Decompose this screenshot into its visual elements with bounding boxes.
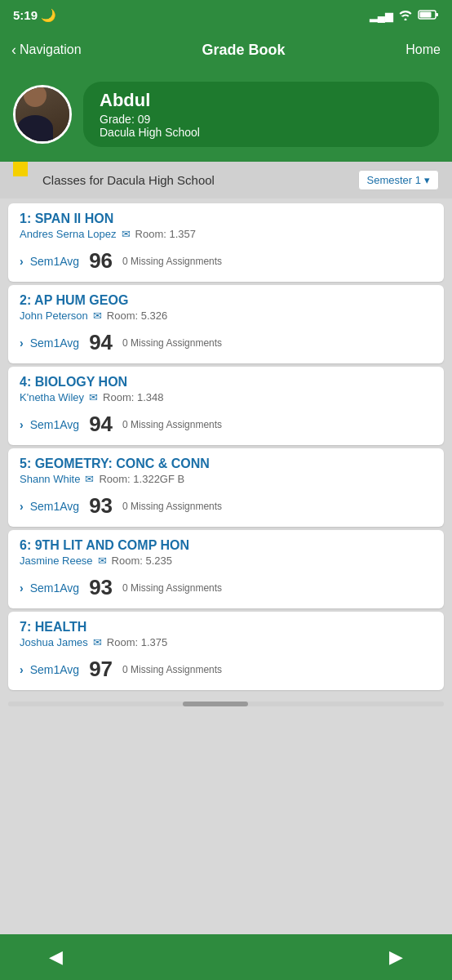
teacher-name-6: Jasmine Reese (20, 555, 93, 567)
wifi-icon (398, 9, 413, 23)
bottom-nav: ◀ ▶ (0, 934, 452, 980)
missing-text-1: 0 Missing Assignments (122, 256, 222, 267)
sem-avg-label-6: Sem1Avg (30, 581, 79, 595)
room-text-1: Room: 1.357 (135, 228, 196, 240)
grade-number-1: 96 (89, 248, 113, 274)
grade-number-5: 93 (89, 493, 113, 519)
profile-grade: Grade: 09 (100, 113, 423, 126)
class-card-5[interactable]: 5: GEOMETRY: CONC & CONN Shann White ✉ R… (8, 448, 444, 527)
grade-number-6: 93 (89, 575, 113, 600)
teacher-name-4: K'netha Wiley (20, 391, 84, 403)
class-name-4: 4: BIOLOGY HON (20, 375, 432, 390)
teacher-name-7: Joshua James (20, 636, 88, 648)
class-teacher-row-1: Andres Serna Lopez ✉ Room: 1.357 (20, 228, 432, 240)
sem-avg-label-4: Sem1Avg (30, 418, 79, 431)
sem-avg-label-2: Sem1Avg (30, 336, 79, 350)
avatar (13, 85, 72, 144)
avg-row-7[interactable]: › Sem1Avg 97 0 Missing Assignments (20, 653, 432, 684)
mail-icon-6[interactable]: ✉ (98, 555, 107, 567)
teacher-name-5: Shann White (20, 473, 80, 485)
class-card-2[interactable]: 2: AP HUM GEOG John Peterson ✉ Room: 5.3… (8, 285, 444, 363)
nav-left-arrow[interactable]: ◀ (49, 947, 63, 968)
status-icons: ▂▄▆ (370, 9, 439, 23)
cards-container: 1: SPAN II HON Andres Serna Lopez ✉ Room… (0, 198, 452, 695)
profile-info-box: Abdul Grade: 09 Dacula High School (83, 82, 439, 147)
avg-row-6[interactable]: › Sem1Avg 93 0 Missing Assignments (20, 572, 432, 602)
missing-text-6: 0 Missing Assignments (122, 582, 222, 594)
nav-back-label: Navigation (20, 42, 82, 57)
scroll-thumb[interactable] (183, 702, 248, 706)
class-name-6: 6: 9TH LIT AND COMP HON (20, 538, 432, 553)
avg-row-5[interactable]: › Sem1Avg 93 0 Missing Assignments (20, 490, 432, 520)
class-name-5: 5: GEOMETRY: CONC & CONN (20, 457, 432, 471)
class-card-7[interactable]: 7: HEALTH Joshua James ✉ Room: 1.375 › S… (8, 612, 444, 690)
room-text-2: Room: 5.326 (107, 310, 167, 322)
teacher-name-1: Andres Serna Lopez (20, 228, 117, 240)
svg-rect-2 (420, 11, 432, 17)
class-teacher-row-6: Jasmine Reese ✉ Room: 5.235 (20, 555, 432, 567)
nav-bar: ‹ Navigation Grade Book Home (0, 29, 452, 74)
teacher-name-2: John Peterson (20, 310, 88, 322)
main-content: Classes for Dacula High School Semester … (0, 162, 452, 934)
nav-title: Grade Book (202, 42, 285, 59)
nav-right-arrow[interactable]: ▶ (389, 947, 403, 968)
class-teacher-row-5: Shann White ✉ Room: 1.322GF B (20, 473, 432, 485)
expand-icon-2: › (20, 336, 24, 350)
svg-rect-1 (436, 13, 438, 16)
mail-icon-7[interactable]: ✉ (93, 636, 102, 648)
room-text-5: Room: 1.322GF B (99, 473, 184, 485)
class-card-6[interactable]: 6: 9TH LIT AND COMP HON Jasmine Reese ✉ … (8, 530, 444, 608)
expand-icon-7: › (20, 663, 24, 676)
expand-icon-4: › (20, 418, 24, 431)
sem-avg-label-1: Sem1Avg (30, 255, 79, 268)
class-name-2: 2: AP HUM GEOG (20, 293, 432, 308)
class-name-1: 1: SPAN II HON (20, 212, 432, 226)
room-text-6: Room: 5.235 (112, 555, 172, 567)
class-card-4[interactable]: 4: BIOLOGY HON K'netha Wiley ✉ Room: 1.3… (8, 367, 444, 445)
mail-icon-4[interactable]: ✉ (89, 391, 98, 403)
expand-icon-1: › (20, 255, 24, 268)
dropdown-chevron-icon: ▾ (424, 174, 430, 186)
room-text-7: Room: 1.375 (107, 636, 167, 648)
home-button[interactable]: Home (405, 42, 441, 57)
expand-icon-5: › (20, 500, 24, 513)
classes-title: Classes for Dacula High School (42, 173, 215, 187)
expand-icon-6: › (20, 581, 24, 595)
profile-name: Abdul (100, 90, 423, 111)
class-teacher-row-2: John Peterson ✉ Room: 5.326 (20, 310, 432, 322)
missing-text-5: 0 Missing Assignments (122, 501, 222, 512)
mail-icon-2[interactable]: ✉ (93, 310, 102, 322)
semester-dropdown[interactable]: Semester 1 ▾ (358, 170, 439, 190)
yellow-indicator (13, 162, 28, 176)
status-time: 5:19 🌙 (13, 8, 56, 23)
scroll-bar (8, 702, 444, 706)
profile-section: Abdul Grade: 09 Dacula High School (0, 74, 452, 162)
status-bar: 5:19 🌙 ▂▄▆ (0, 0, 452, 29)
room-text-4: Room: 1.348 (103, 391, 163, 403)
avg-row-4[interactable]: › Sem1Avg 94 0 Missing Assignments (20, 408, 432, 439)
class-teacher-row-7: Joshua James ✉ Room: 1.375 (20, 636, 432, 648)
signal-icon: ▂▄▆ (370, 10, 393, 22)
avg-row-2[interactable]: › Sem1Avg 94 0 Missing Assignments (20, 327, 432, 357)
sem-avg-label-7: Sem1Avg (30, 663, 79, 676)
mail-icon-5[interactable]: ✉ (85, 473, 94, 485)
semester-label: Semester 1 (367, 174, 421, 186)
class-card-1[interactable]: 1: SPAN II HON Andres Serna Lopez ✉ Room… (8, 203, 444, 282)
grade-number-7: 97 (89, 657, 113, 682)
classes-header: Classes for Dacula High School Semester … (0, 162, 452, 198)
missing-text-7: 0 Missing Assignments (122, 664, 222, 675)
grade-number-2: 94 (89, 330, 113, 355)
nav-back-button[interactable]: ‹ Navigation (11, 42, 82, 59)
class-name-7: 7: HEALTH (20, 620, 432, 635)
sem-avg-label-5: Sem1Avg (30, 500, 79, 513)
missing-text-2: 0 Missing Assignments (122, 337, 222, 349)
back-chevron-icon: ‹ (11, 42, 16, 59)
battery-icon (418, 9, 439, 23)
avg-row-1[interactable]: › Sem1Avg 96 0 Missing Assignments (20, 245, 432, 275)
class-teacher-row-4: K'netha Wiley ✉ Room: 1.348 (20, 391, 432, 403)
grade-number-4: 94 (89, 412, 113, 437)
mail-icon-1[interactable]: ✉ (122, 228, 131, 240)
profile-school: Dacula High School (100, 126, 423, 139)
missing-text-4: 0 Missing Assignments (122, 419, 222, 430)
